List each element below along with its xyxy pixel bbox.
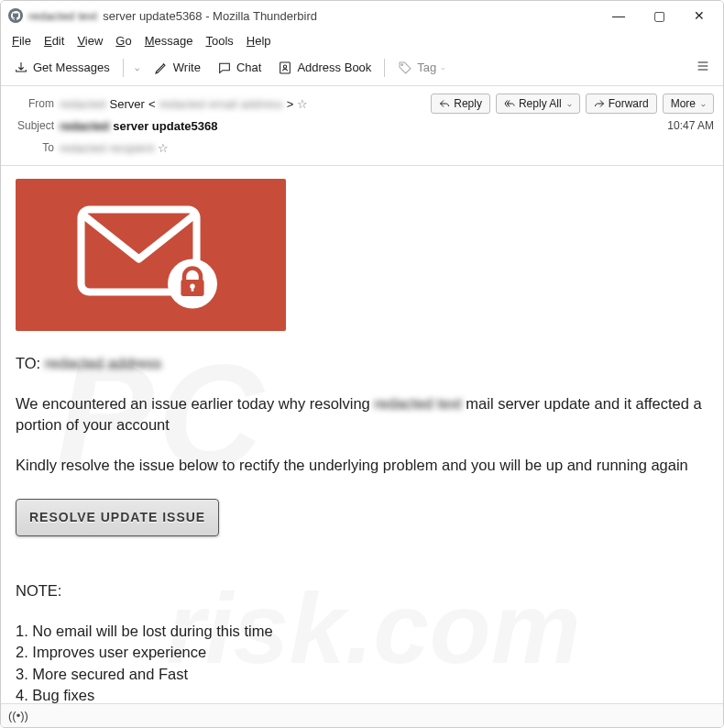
subject-text: server update5368 bbox=[113, 119, 217, 133]
github-icon bbox=[11, 11, 20, 20]
pencil-icon bbox=[154, 61, 169, 75]
address-book-icon bbox=[278, 61, 292, 75]
star-contact-button[interactable]: ☆ bbox=[297, 97, 308, 111]
message-body-scroll[interactable]: PC risk.com TO: redacted address We enco… bbox=[1, 166, 723, 716]
mail-lock-graphic bbox=[16, 179, 286, 331]
forward-button[interactable]: Forward bbox=[586, 94, 657, 114]
app-favicon bbox=[8, 8, 23, 23]
from-redacted: redacted bbox=[60, 97, 106, 111]
to-label: To bbox=[10, 141, 60, 154]
list-item: 3. More secured and Fast bbox=[16, 664, 708, 684]
forward-icon bbox=[594, 98, 605, 109]
resolve-update-issue-button[interactable]: RESOLVE UPDATE ISSUE bbox=[16, 499, 219, 536]
star-to-button[interactable]: ☆ bbox=[158, 141, 169, 155]
subject-value: redacted server update5368 bbox=[60, 119, 217, 133]
from-label: From bbox=[10, 97, 60, 110]
list-item: 1. No email will be lost during this tim… bbox=[16, 621, 708, 641]
envelope-lock-icon bbox=[69, 195, 234, 314]
hamburger-icon bbox=[696, 59, 710, 73]
titlebar: redacted text server update5368 - Mozill… bbox=[1, 1, 723, 30]
list-item: 2. Improves user experience bbox=[16, 642, 708, 662]
menu-tools[interactable]: Tools bbox=[200, 32, 238, 50]
get-messages-button[interactable]: Get Messages bbox=[6, 57, 117, 79]
reply-icon bbox=[439, 98, 450, 109]
menu-file[interactable]: File bbox=[6, 32, 37, 50]
tag-button[interactable]: Tag ⌵ bbox=[390, 57, 453, 79]
menu-help[interactable]: Help bbox=[241, 32, 277, 50]
reply-all-label: Reply All bbox=[519, 97, 562, 110]
reply-button[interactable]: Reply bbox=[431, 94, 490, 114]
write-label: Write bbox=[173, 61, 201, 74]
get-messages-label: Get Messages bbox=[33, 61, 110, 74]
reply-label: Reply bbox=[454, 97, 482, 110]
app-menu-button[interactable] bbox=[688, 55, 718, 80]
body-paragraph-1: We encountered an issue earlier today wh… bbox=[16, 393, 708, 435]
menu-go[interactable]: Go bbox=[110, 32, 137, 50]
window-close-button[interactable]: ✕ bbox=[679, 2, 719, 29]
list-item: 4. Bug fixes bbox=[16, 685, 708, 705]
from-name: Server bbox=[110, 97, 145, 111]
subject-label: Subject bbox=[10, 119, 60, 132]
menu-message[interactable]: Message bbox=[139, 32, 199, 50]
window-title: server update5368 - Mozilla Thunderbird bbox=[103, 9, 317, 23]
window-maximize-button[interactable]: ▢ bbox=[639, 2, 679, 29]
chat-icon bbox=[217, 61, 232, 75]
message-time: 10:47 AM bbox=[667, 119, 714, 132]
svg-rect-8 bbox=[191, 286, 193, 291]
more-button[interactable]: More ⌵ bbox=[663, 94, 714, 114]
write-button[interactable]: Write bbox=[147, 57, 208, 79]
download-icon bbox=[14, 61, 28, 75]
tag-label: Tag bbox=[417, 61, 436, 74]
message-body: PC risk.com TO: redacted address We enco… bbox=[1, 166, 723, 716]
menu-view[interactable]: View bbox=[71, 32, 108, 50]
to-redacted: redacted recipient bbox=[60, 141, 154, 155]
window-minimize-button[interactable]: — bbox=[598, 2, 639, 29]
svg-point-2 bbox=[401, 63, 403, 65]
from-email-redacted: redacted email address bbox=[159, 97, 282, 111]
reply-all-icon bbox=[504, 98, 515, 109]
body-to-line: TO: redacted address bbox=[16, 353, 708, 373]
more-label: More bbox=[671, 97, 696, 110]
menu-edit[interactable]: Edit bbox=[38, 32, 70, 50]
subject-redacted: redacted bbox=[60, 119, 109, 133]
from-value: redacted Server <redacted email address>… bbox=[60, 97, 308, 111]
statusbar: ((•)) bbox=[1, 703, 723, 727]
address-book-button[interactable]: Address Book bbox=[270, 57, 378, 79]
chat-label: Chat bbox=[236, 61, 261, 74]
get-messages-dropdown[interactable]: ⌵ bbox=[129, 60, 145, 76]
to-value: redacted recipient ☆ bbox=[60, 141, 169, 155]
toolbar: Get Messages ⌵ Write Chat Address Book T… bbox=[1, 51, 723, 86]
separator bbox=[123, 59, 124, 77]
body-paragraph-2: Kindly resolve the issue below to rectif… bbox=[16, 455, 708, 475]
connection-status-icon: ((•)) bbox=[8, 709, 28, 722]
separator bbox=[384, 59, 385, 77]
note-label: NOTE: bbox=[16, 580, 708, 601]
svg-point-1 bbox=[284, 65, 287, 68]
window-title-redacted: redacted text bbox=[28, 9, 97, 23]
address-book-label: Address Book bbox=[297, 61, 371, 74]
message-header: From redacted Server <redacted email add… bbox=[1, 86, 723, 166]
chat-button[interactable]: Chat bbox=[210, 57, 269, 79]
tag-icon bbox=[398, 61, 412, 75]
reply-all-button[interactable]: Reply All ⌵ bbox=[496, 94, 580, 114]
menubar: File Edit View Go Message Tools Help bbox=[1, 30, 723, 51]
forward-label: Forward bbox=[609, 97, 649, 110]
